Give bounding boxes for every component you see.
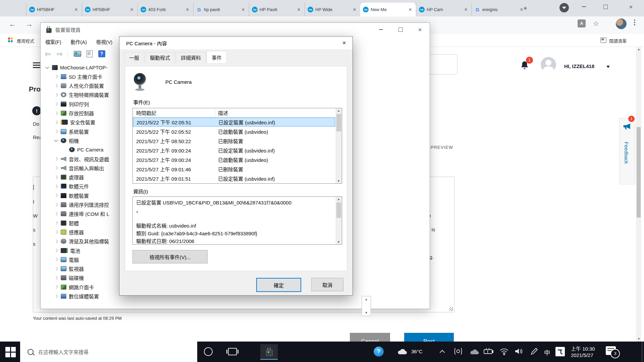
view-all-events-button[interactable]: 檢視所有事件(V)... (132, 250, 208, 263)
feedback-tab[interactable]: 1 Feedback (619, 118, 635, 184)
back-icon[interactable]: ⇦ (43, 49, 53, 59)
tab-close-icon[interactable]: × (184, 7, 191, 13)
tree-item[interactable]: SD 主機介面卡 (55, 72, 102, 81)
column-timestamp[interactable]: 時間戳記 (133, 108, 215, 117)
event-row[interactable]: 2021/5/27 上午 09:01:51已設定裝置 (usbvideo.inf… (133, 174, 335, 183)
tab-close-icon[interactable]: × (296, 7, 302, 13)
show-desktop-button[interactable] (642, 342, 642, 362)
browser-tab-9[interactable]: Gereignis× (472, 3, 527, 16)
tree-item[interactable]: 滑鼠及其他指標裝 (55, 237, 109, 246)
expand-icon[interactable] (54, 129, 58, 133)
resize-grip[interactable] (449, 307, 453, 311)
expand-icon[interactable] (54, 120, 58, 124)
tree-item[interactable]: 磁碟機 (55, 274, 84, 282)
expand-icon[interactable] (54, 175, 58, 179)
tree-item[interactable]: 軟體元件 (55, 182, 89, 191)
expand-icon[interactable] (54, 221, 58, 225)
dialog-titlebar[interactable]: PC Camera - 內容 (119, 37, 353, 49)
onedrive-icon[interactable] (469, 349, 480, 355)
mini-scrollbar[interactable]: ▲▼ (362, 296, 371, 316)
reading-list-label[interactable]: 閱讀清單 (609, 38, 627, 44)
pen-icon[interactable] (529, 347, 539, 356)
task-view-icon[interactable] (228, 348, 237, 355)
tab-close-icon[interactable]: × (240, 7, 246, 13)
tree-item[interactable]: 相機 (55, 136, 79, 145)
event-row[interactable]: 2021/5/27 上午 08:50:22已刪除裝置 (133, 136, 335, 145)
user-greeting[interactable]: HI, IZZEL418 (564, 63, 594, 69)
console-view-icon[interactable] (72, 49, 83, 59)
event-row[interactable]: 2021/5/22 下午 02:05:51已設定裝置 (usbvideo.inf… (133, 117, 335, 127)
expand-icon[interactable] (54, 102, 58, 106)
minimize-button[interactable] (371, 23, 391, 36)
window-minimize-button[interactable] (576, 0, 592, 13)
help-icon[interactable]: ? (97, 49, 107, 59)
tree-item[interactable]: 網路介面卡 (55, 283, 94, 291)
taskbar-search[interactable]: 在這裡輸入文字來搜尋 (20, 342, 197, 362)
expand-icon[interactable] (54, 203, 58, 206)
expand-icon[interactable] (54, 248, 58, 252)
reading-list-icon[interactable] (600, 38, 606, 43)
event-row[interactable]: 2021/5/22 下午 02:05:52已啟動裝置 (usbvideo) (133, 127, 335, 136)
menu-v[interactable]: 檢視(V) (92, 38, 117, 45)
forward-icon[interactable]: ⇨ (55, 49, 65, 59)
tab-close-icon[interactable]: × (352, 7, 358, 13)
info-scrollbar[interactable]: ▲ ▼ (336, 197, 342, 244)
expand-icon[interactable] (54, 157, 58, 161)
tree-item[interactable]: 安全性裝置 (55, 118, 95, 127)
tree-item[interactable]: 生物特徵辨識裝置 (55, 90, 109, 99)
get-help-icon[interactable]: ? (374, 347, 384, 357)
collapse-icon[interactable] (45, 65, 49, 69)
browser-tab-6[interactable]: hpHP Wide× (305, 3, 360, 16)
translate-icon[interactable]: A (578, 19, 586, 27)
browser-tab-3[interactable]: hp403 Forb× (138, 3, 193, 16)
event-row[interactable]: 2021/5/27 上午 09:00:24已啟動裝置 (usbvideo) (133, 155, 335, 164)
tree-item[interactable]: 感應器 (55, 228, 84, 236)
expand-icon[interactable] (54, 267, 58, 270)
dialog-tab-1[interactable]: 一般 (124, 52, 144, 63)
properties-icon[interactable] (85, 49, 95, 59)
back-button[interactable]: ← (9, 20, 16, 28)
tree-item[interactable]: 連接埠 (COM 和 L (55, 209, 109, 218)
events-table[interactable]: 時間戳記 描述 2021/5/22 下午 02:05:51已設定裝置 (usbv… (132, 108, 342, 184)
tree-item[interactable]: 系統裝置 (55, 127, 89, 136)
weather-temperature[interactable]: 36°C (411, 349, 423, 354)
events-scrollbar[interactable]: ▲ ▼ (336, 108, 342, 183)
tree-item[interactable]: 韌體 (55, 219, 79, 227)
taskbar-device-manager-icon[interactable] (260, 344, 278, 360)
browser-tab-2[interactable]: hpHPSBHF× (82, 3, 138, 16)
browser-tab-5[interactable]: hpHP Pavili× (249, 3, 305, 16)
tree-item[interactable]: 處理器 (55, 173, 84, 182)
tree-item[interactable]: 列印佇列 (55, 100, 89, 108)
forward-button[interactable]: → (25, 20, 33, 28)
browser-tab-1[interactable]: hpHPSBHF× (26, 3, 82, 16)
info-box[interactable]: 已設定裝置 USB\VID_1BCF&PID_0B13&MI_00\6&2874… (132, 196, 342, 245)
tree-item[interactable]: PC Camera (63, 145, 103, 154)
tab-close-icon[interactable]: × (407, 7, 413, 13)
tab-close-icon[interactable]: × (463, 7, 469, 13)
tree-item[interactable]: 數位媒體裝置 (55, 292, 99, 301)
window-maximize-button[interactable] (598, 0, 613, 13)
tree-item[interactable]: 存放控制器 (55, 109, 94, 118)
start-button[interactable] (5, 346, 16, 358)
expand-icon[interactable] (54, 93, 58, 97)
browser-profile-avatar[interactable] (616, 18, 627, 29)
expand-icon[interactable] (54, 84, 58, 87)
cortana-icon[interactable] (204, 347, 213, 356)
expand-icon[interactable] (54, 230, 58, 234)
hamburger-menu-icon[interactable] (33, 62, 40, 63)
browser-tab-4[interactable]: Ghp pavili× (193, 3, 249, 16)
tree-item[interactable]: 軟體裝置 (55, 191, 89, 200)
volume-icon[interactable] (514, 347, 524, 356)
expand-icon[interactable] (54, 166, 58, 170)
tree-item[interactable]: 音訊輸入與輸出 (55, 164, 104, 172)
tree-item[interactable]: 通用序列匯流排控 (55, 200, 109, 209)
expand-icon[interactable] (54, 111, 58, 115)
action-center-icon[interactable]: 3 (606, 346, 616, 355)
close-button[interactable]: × (410, 23, 430, 36)
browser-tab-7[interactable]: hpNew Me× (360, 3, 416, 16)
dialog-tab-3[interactable]: 詳細資料 (176, 52, 206, 63)
tree-item[interactable]: 電腦 (55, 255, 79, 264)
user-avatar[interactable] (541, 57, 556, 72)
ime-input-mode-icon[interactable] (555, 347, 565, 356)
page-scrollbar[interactable]: ▲ ▼ (636, 47, 641, 342)
